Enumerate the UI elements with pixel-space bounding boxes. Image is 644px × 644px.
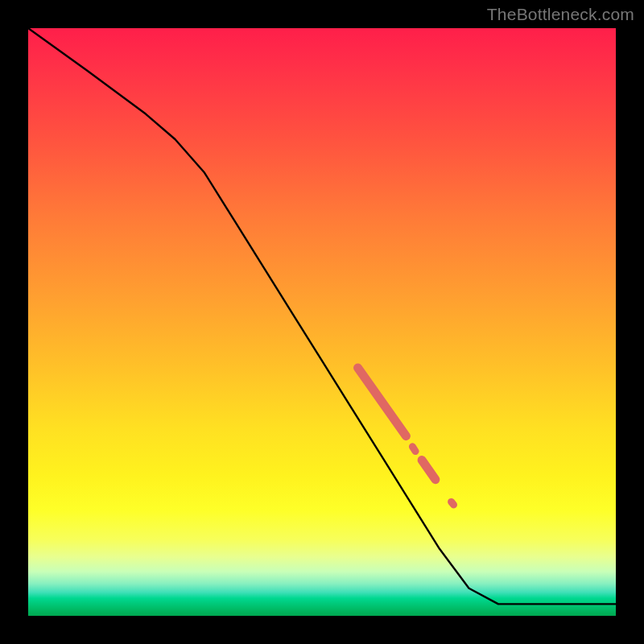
chart-overlay	[28, 28, 616, 616]
highlight-blobs	[358, 368, 454, 505]
chart-stage: TheBottleneck.com	[0, 0, 644, 644]
highlight-segment	[422, 460, 436, 480]
plot-area	[28, 28, 616, 616]
highlight-segment	[452, 502, 454, 505]
highlight-segment	[358, 368, 407, 436]
highlight-segment	[412, 447, 415, 452]
watermark-text: TheBottleneck.com	[487, 5, 634, 24]
main-curve	[28, 28, 616, 604]
